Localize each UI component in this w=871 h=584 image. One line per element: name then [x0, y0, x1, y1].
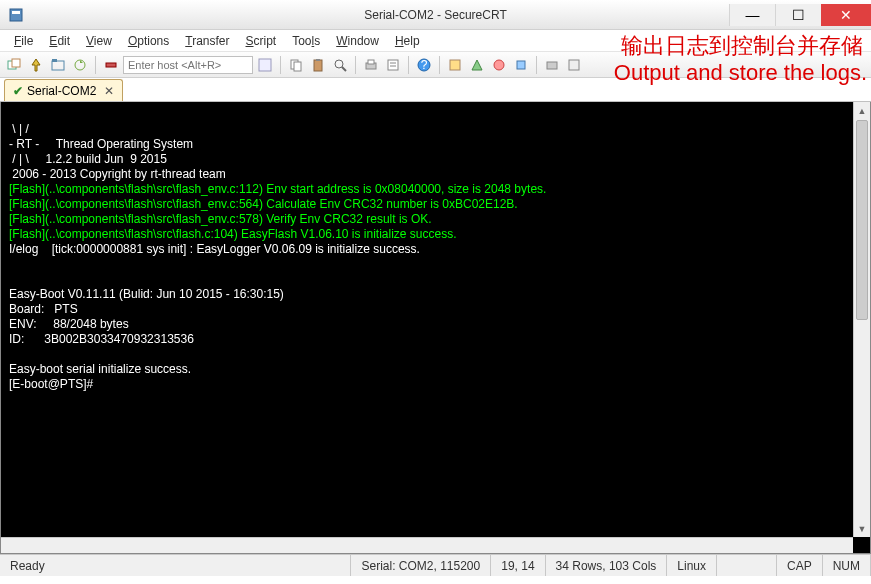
- separator: [355, 56, 356, 74]
- window-title: Serial-COM2 - SecureCRT: [364, 8, 506, 22]
- separator: [408, 56, 409, 74]
- menu-help[interactable]: Help: [387, 32, 428, 50]
- go-icon[interactable]: [255, 55, 275, 75]
- svg-rect-11: [314, 60, 322, 71]
- minimize-button[interactable]: —: [729, 4, 775, 26]
- find-icon[interactable]: [330, 55, 350, 75]
- status-blank: [717, 555, 777, 576]
- status-cap: CAP: [777, 555, 823, 576]
- connect-tab-icon[interactable]: [48, 55, 68, 75]
- tool-icon-5[interactable]: [542, 55, 562, 75]
- titlebar: Serial-COM2 - SecureCRT — ☐ ✕: [0, 0, 871, 30]
- terminal-line: / | \ 1.2.2 build Jun 9 2015: [9, 152, 167, 166]
- terminal-line: [Flash](..\components\flash\src\flash_en…: [9, 212, 432, 226]
- svg-rect-4: [52, 61, 64, 70]
- disconnect-icon[interactable]: [101, 55, 121, 75]
- tab-label: Serial-COM2: [27, 84, 96, 98]
- terminal-line: [Flash](..\components\flash\src\flash_en…: [9, 182, 546, 196]
- menu-window[interactable]: Window: [328, 32, 387, 50]
- paste-icon[interactable]: [308, 55, 328, 75]
- scroll-up-icon[interactable]: ▲: [854, 102, 870, 119]
- tool-icon-2[interactable]: [467, 55, 487, 75]
- quick-connect-icon[interactable]: [26, 55, 46, 75]
- terminal-line: 2006 - 2013 Copyright by rt-thread team: [9, 167, 226, 181]
- terminal-line: \ | /: [9, 122, 29, 136]
- terminal-line: [Flash](..\components\flash\src\flash_en…: [9, 197, 518, 211]
- menu-script[interactable]: Script: [238, 32, 285, 50]
- horizontal-scrollbar[interactable]: [1, 537, 853, 553]
- svg-rect-12: [316, 59, 320, 61]
- terminal-line: I/elog [tick:0000000881 sys init] : Easy…: [9, 242, 420, 256]
- reconnect-icon[interactable]: [70, 55, 90, 75]
- separator: [439, 56, 440, 74]
- annotation-cn: 输出日志到控制台并存储: [621, 32, 863, 61]
- connect-icon[interactable]: [4, 55, 24, 75]
- close-tab-icon[interactable]: ✕: [104, 84, 114, 98]
- status-num: NUM: [823, 555, 871, 576]
- terminal-line: Board: PTS: [9, 302, 78, 316]
- help-icon[interactable]: ?: [414, 55, 434, 75]
- svg-point-23: [494, 60, 504, 70]
- tab-serial-com2[interactable]: ✔ Serial-COM2 ✕: [4, 79, 123, 101]
- svg-rect-17: [388, 60, 398, 70]
- check-icon: ✔: [13, 84, 23, 98]
- terminal-line: ENV: 88/2048 bytes: [9, 317, 129, 331]
- annotation-en: Output and store the logs.: [614, 60, 867, 86]
- status-size: 34 Rows, 103 Cols: [546, 555, 668, 576]
- separator: [280, 56, 281, 74]
- tool-icon-1[interactable]: [445, 55, 465, 75]
- statusbar: Ready Serial: COM2, 115200 19, 14 34 Row…: [0, 554, 871, 576]
- tool-icon-4[interactable]: [511, 55, 531, 75]
- svg-rect-1: [12, 11, 20, 14]
- maximize-button[interactable]: ☐: [775, 4, 821, 26]
- svg-text:?: ?: [421, 58, 428, 72]
- svg-rect-0: [10, 9, 22, 21]
- svg-rect-3: [12, 59, 20, 67]
- svg-rect-25: [547, 62, 557, 69]
- svg-rect-7: [106, 63, 116, 67]
- svg-point-13: [335, 60, 343, 68]
- copy-icon[interactable]: [286, 55, 306, 75]
- menu-transfer[interactable]: Transfer: [177, 32, 237, 50]
- svg-rect-10: [294, 62, 301, 71]
- terminal-line: - RT - Thread Operating System: [9, 137, 193, 151]
- svg-rect-8: [259, 59, 271, 71]
- scroll-thumb[interactable]: [856, 120, 868, 320]
- terminal-line: [E-boot@PTS]#: [9, 377, 93, 391]
- terminal-line: Easy-Boot V0.11.11 (Bulid: Jun 10 2015 -…: [9, 287, 284, 301]
- svg-rect-26: [569, 60, 579, 70]
- svg-rect-5: [52, 59, 57, 62]
- menu-view[interactable]: View: [78, 32, 120, 50]
- menu-file[interactable]: File: [6, 32, 41, 50]
- menu-edit[interactable]: Edit: [41, 32, 78, 50]
- options-icon[interactable]: [383, 55, 403, 75]
- host-input[interactable]: [123, 56, 253, 74]
- window-controls: — ☐ ✕: [729, 4, 871, 26]
- terminal-line: Easy-boot serial initialize success.: [9, 362, 191, 376]
- status-serial: Serial: COM2, 115200: [351, 555, 491, 576]
- vertical-scrollbar[interactable]: ▲ ▼: [853, 102, 870, 537]
- status-ready: Ready: [0, 555, 351, 576]
- svg-rect-22: [450, 60, 460, 70]
- app-icon: [6, 5, 26, 25]
- terminal[interactable]: \ | / - RT - Thread Operating System / |…: [0, 102, 871, 554]
- status-cursor: 19, 14: [491, 555, 545, 576]
- print-icon[interactable]: [361, 55, 381, 75]
- separator: [95, 56, 96, 74]
- terminal-line: ID: 3B002B3033470932313536: [9, 332, 194, 346]
- tool-icon-6[interactable]: [564, 55, 584, 75]
- tool-icon-3[interactable]: [489, 55, 509, 75]
- menu-tools[interactable]: Tools: [284, 32, 328, 50]
- status-mode: Linux: [667, 555, 717, 576]
- terminal-line: [Flash](..\components\flash\src\flash.c:…: [9, 227, 457, 241]
- svg-line-14: [342, 67, 346, 71]
- scroll-down-icon[interactable]: ▼: [854, 520, 870, 537]
- menu-options[interactable]: Options: [120, 32, 177, 50]
- svg-rect-24: [517, 61, 525, 69]
- svg-rect-16: [368, 60, 374, 64]
- close-button[interactable]: ✕: [821, 4, 871, 26]
- separator: [536, 56, 537, 74]
